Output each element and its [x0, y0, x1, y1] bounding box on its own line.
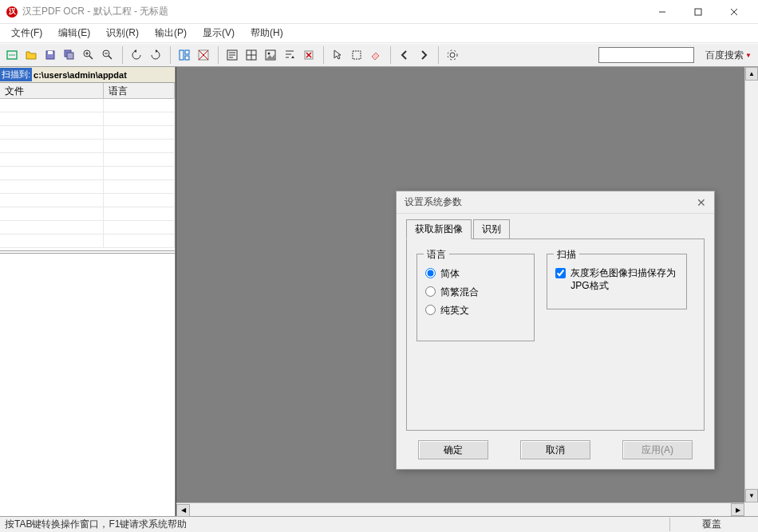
table-row — [0, 126, 175, 140]
chevron-down-icon: ▼ — [745, 52, 752, 59]
settings-icon[interactable] — [444, 46, 461, 64]
table-row — [0, 167, 175, 180]
image-block-icon[interactable] — [262, 46, 279, 64]
eraser-icon[interactable] — [367, 46, 385, 64]
menu-help[interactable]: 帮助(H) — [244, 25, 290, 41]
dialog-buttons: 确定 取消 应用(A) — [397, 440, 714, 459]
menu-file[interactable]: 文件(F) — [5, 25, 49, 41]
toolbar-separator — [386, 46, 391, 64]
window-title: 汉王PDF OCR - 默认工程 - 无标题 — [22, 5, 644, 18]
radio-mixed-input[interactable] — [425, 286, 436, 297]
menu-edit[interactable]: 编辑(E) — [52, 25, 97, 41]
file-table-body[interactable] — [0, 99, 175, 250]
maximize-button[interactable] — [680, 1, 716, 23]
menu-recognize[interactable]: 识别(R) — [100, 25, 145, 41]
svg-rect-1 — [695, 9, 701, 15]
layout-analyze-icon[interactable] — [176, 46, 193, 64]
table-block-icon[interactable] — [243, 46, 260, 64]
apply-button[interactable]: 应用(A) — [622, 440, 693, 459]
svg-line-15 — [109, 56, 112, 59]
settings-dialog: 设置系统参数 ✕ 获取新图像 识别 语言 简体 — [396, 191, 715, 470]
dialog-title-text: 设置系统参数 — [405, 195, 462, 209]
scroll-left-icon[interactable]: ◀ — [176, 504, 190, 517]
scroll-down-icon[interactable]: ▼ — [745, 489, 758, 502]
delete-block-icon[interactable] — [300, 46, 318, 64]
cancel-button[interactable]: 取消 — [520, 440, 590, 459]
radio-mixed[interactable]: 简繁混合 — [425, 286, 526, 299]
radio-simplified[interactable]: 简体 — [425, 267, 526, 281]
rotate-left-icon[interactable] — [128, 46, 145, 64]
svg-line-11 — [89, 56, 93, 59]
column-file[interactable]: 文件 — [0, 83, 104, 98]
search-input[interactable] — [598, 47, 694, 63]
table-row — [0, 99, 175, 112]
layout-clear-icon[interactable] — [195, 46, 212, 64]
radio-mixed-label: 简繁混合 — [440, 286, 479, 299]
table-row — [0, 180, 175, 194]
scan-icon[interactable] — [3, 46, 21, 64]
sort-blocks-icon[interactable] — [281, 46, 298, 64]
checkbox-save-jpg-input[interactable] — [555, 268, 566, 278]
scan-path-bar: 扫描到: c:\users\admin\appdat — [0, 67, 175, 83]
scroll-right-icon[interactable]: ▶ — [731, 503, 744, 516]
radio-simplified-input[interactable] — [425, 268, 436, 278]
menu-output[interactable]: 输出(P) — [148, 25, 193, 41]
table-row — [0, 207, 175, 221]
select-area-icon[interactable] — [348, 46, 365, 64]
horizontal-scrollbar[interactable]: ◀ ▶ — [176, 502, 744, 516]
close-button[interactable] — [716, 1, 752, 23]
menu-view[interactable]: 显示(V) — [196, 25, 241, 41]
dialog-titlebar[interactable]: 设置系统参数 ✕ — [397, 191, 714, 214]
radio-simplified-label: 简体 — [440, 267, 460, 281]
status-hint: 按TAB键转换操作窗口，F1键请求系统帮助 — [5, 518, 187, 531]
svg-rect-19 — [185, 56, 189, 60]
save-all-icon[interactable] — [61, 46, 78, 64]
text-block-icon[interactable] — [223, 46, 241, 64]
tab-recognize[interactable]: 识别 — [473, 219, 510, 238]
pointer-icon[interactable] — [329, 46, 346, 64]
scan-path[interactable]: c:\users\admin\appdat — [32, 70, 128, 80]
next-page-icon[interactable] — [415, 46, 432, 64]
scan-group: 扫描 灰度彩色图像扫描保存为JPG格式 — [547, 254, 687, 309]
scrollbar-corner — [744, 502, 758, 516]
zoom-in-icon[interactable] — [80, 46, 97, 64]
tab-strip: 获取新图像 识别 — [406, 220, 705, 239]
vertical-scrollbar[interactable]: ▲ ▼ — [744, 67, 758, 502]
toolbar-separator — [434, 46, 439, 64]
statusbar: 按TAB键转换操作窗口，F1键请求系统帮助 覆盖 — [0, 516, 758, 532]
column-language[interactable]: 语言 — [104, 83, 175, 98]
table-row — [0, 112, 175, 126]
search-engine-dropdown[interactable]: 百度搜索 ▼ — [702, 49, 755, 62]
radio-english-label: 纯英文 — [440, 304, 469, 317]
minimize-button[interactable] — [644, 1, 680, 23]
save-icon[interactable] — [41, 46, 59, 64]
image-canvas: ▲ ▼ ◀ ▶ 设置系统参数 ✕ 获取新图像 识别 语言 — [176, 67, 758, 516]
svg-rect-7 — [48, 51, 53, 54]
search-engine-label: 百度搜索 — [705, 49, 744, 62]
file-table-header: 文件 语言 — [0, 83, 175, 99]
radio-english[interactable]: 纯英文 — [425, 304, 526, 317]
dialog-close-button[interactable]: ✕ — [697, 196, 706, 209]
svg-rect-18 — [185, 50, 189, 54]
checkbox-save-jpg[interactable]: 灰度彩色图像扫描保存为JPG格式 — [555, 267, 678, 292]
table-row — [0, 140, 175, 153]
radio-english-input[interactable] — [425, 305, 436, 315]
open-icon[interactable] — [22, 46, 40, 64]
content-area: 扫描到: c:\users\admin\appdat 文件 语言 — [0, 67, 758, 516]
toolbar-separator — [166, 46, 171, 64]
status-overwrite: 覆盖 — [669, 518, 753, 531]
zoom-out-icon[interactable] — [99, 46, 116, 64]
dialog-body: 获取新图像 识别 语言 简体 简繁混合 — [397, 214, 714, 437]
svg-rect-17 — [180, 50, 184, 60]
rotate-right-icon[interactable] — [147, 46, 164, 64]
ok-button[interactable]: 确定 — [418, 440, 488, 459]
svg-point-39 — [450, 53, 455, 57]
tab-content: 语言 简体 简繁混合 纯英文 — [406, 239, 705, 431]
menubar: 文件(F) 编辑(E) 识别(R) 输出(P) 显示(V) 帮助(H) — [0, 24, 758, 43]
toolbar-separator — [319, 46, 324, 64]
tab-acquire-image[interactable]: 获取新图像 — [406, 219, 472, 239]
checkbox-save-jpg-label: 灰度彩色图像扫描保存为JPG格式 — [570, 267, 678, 292]
prev-page-icon[interactable] — [396, 46, 413, 64]
toolbar-separator — [214, 46, 219, 64]
scroll-up-icon[interactable]: ▲ — [745, 67, 758, 81]
